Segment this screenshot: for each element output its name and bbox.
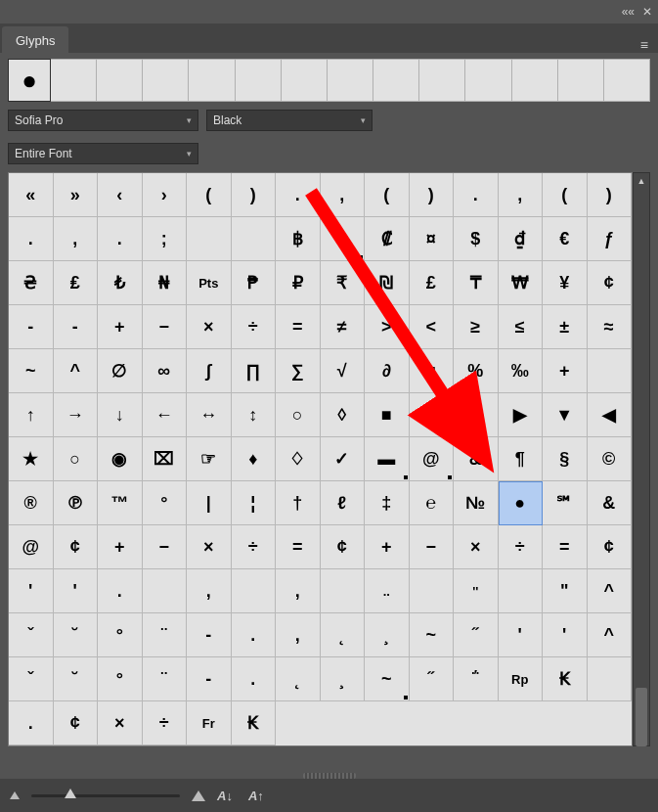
glyph-cell[interactable]: ∞ bbox=[143, 349, 188, 393]
glyph-cell[interactable] bbox=[588, 701, 633, 745]
glyph-cell[interactable]: ₦ bbox=[143, 261, 188, 305]
scroll-thumb[interactable] bbox=[636, 688, 647, 746]
glyph-cell[interactable]: ↓ bbox=[98, 393, 143, 437]
glyph-cell[interactable]: ≈ bbox=[588, 305, 633, 349]
glyph-cell[interactable]: § bbox=[543, 437, 588, 481]
glyph-cell[interactable]: − bbox=[143, 305, 188, 349]
font-dropdown[interactable]: Sofia Pro ▾ bbox=[8, 110, 198, 131]
glyph-cell[interactable]: '' bbox=[454, 569, 499, 613]
glyph-cell[interactable] bbox=[321, 569, 366, 613]
glyph-cell[interactable]: ◉ bbox=[98, 437, 143, 481]
glyph-cell[interactable]: ' bbox=[543, 613, 588, 657]
glyph-cell[interactable]: ¨ bbox=[143, 657, 188, 701]
glyph-cell[interactable]: £ bbox=[410, 261, 455, 305]
glyph-cell[interactable]: ₹ bbox=[321, 261, 366, 305]
filter-dropdown[interactable]: Entire Font ▾ bbox=[8, 143, 198, 164]
glyph-cell[interactable]: ÷ bbox=[232, 525, 277, 569]
glyph-cell[interactable]: ∏ bbox=[232, 349, 277, 393]
glyph-cell[interactable]: ∅ bbox=[98, 349, 143, 393]
glyph-cell[interactable]: ₽ bbox=[276, 261, 321, 305]
glyph-cell[interactable]: ℠ bbox=[543, 481, 588, 525]
glyph-cell[interactable]: × bbox=[98, 701, 143, 745]
glyph-cell[interactable]: ^ bbox=[588, 613, 633, 657]
glyph-cell[interactable]: ˝ bbox=[410, 657, 455, 701]
glyph-cell[interactable]: ¶ bbox=[499, 437, 544, 481]
glyph-cell[interactable]: ↕ bbox=[232, 393, 277, 437]
glyph-cell[interactable]: √ bbox=[321, 349, 366, 393]
glyph-cell[interactable]: » bbox=[54, 173, 99, 217]
glyph-cell[interactable]: > bbox=[365, 305, 410, 349]
slider-thumb[interactable] bbox=[65, 789, 76, 798]
glyph-cell[interactable]: ✓ bbox=[321, 437, 366, 481]
glyph-cell[interactable]: × bbox=[454, 525, 499, 569]
glyph-cell[interactable]: ⌧ bbox=[143, 437, 188, 481]
glyph-cell[interactable]: ¢ bbox=[54, 701, 99, 745]
glyph-cell[interactable]: ▶ bbox=[499, 393, 544, 437]
glyph-cell[interactable]: + bbox=[98, 305, 143, 349]
glyph-cell[interactable]: = bbox=[276, 305, 321, 349]
glyph-cell[interactable] bbox=[276, 701, 321, 745]
recent-cell[interactable] bbox=[282, 59, 328, 102]
glyph-cell[interactable]: → bbox=[54, 393, 99, 437]
glyph-cell[interactable]: - bbox=[54, 305, 99, 349]
glyph-cell[interactable] bbox=[232, 217, 277, 261]
glyph-cell[interactable]: ₩ bbox=[499, 261, 544, 305]
glyph-cell[interactable]: ^ bbox=[54, 349, 99, 393]
recent-cell[interactable] bbox=[236, 59, 282, 102]
recent-cell[interactable] bbox=[143, 59, 189, 102]
glyph-cell[interactable]: ~ bbox=[365, 657, 410, 701]
glyph-cell[interactable]: ° bbox=[98, 613, 143, 657]
glyph-cell[interactable]: ≠ bbox=[321, 305, 366, 349]
glyph-cell[interactable]: ¤ bbox=[410, 217, 455, 261]
glyph-cell[interactable]: ∫ bbox=[187, 349, 232, 393]
glyph-cell[interactable]: ¸ bbox=[365, 613, 410, 657]
glyph-cell[interactable]: ) bbox=[588, 173, 633, 217]
scrollbar[interactable]: ▲ ▼ bbox=[633, 172, 650, 746]
glyph-cell[interactable]: ₱ bbox=[232, 261, 277, 305]
font-smaller-button[interactable]: A↓ bbox=[213, 789, 237, 803]
glyph-cell[interactable]: .. bbox=[365, 569, 410, 613]
glyph-cell[interactable]: ♦ bbox=[232, 437, 277, 481]
recent-cell[interactable] bbox=[51, 59, 97, 102]
glyph-cell[interactable]: , bbox=[54, 217, 99, 261]
glyph-cell[interactable]: ▬ bbox=[365, 437, 410, 481]
glyph-cell[interactable] bbox=[588, 657, 633, 701]
glyph-cell[interactable]: , bbox=[499, 173, 544, 217]
panel-menu-icon[interactable]: ≡ bbox=[631, 37, 658, 53]
glyph-cell[interactable]: ÷ bbox=[143, 701, 188, 745]
glyph-cell[interactable]: . bbox=[98, 569, 143, 613]
glyph-cell[interactable]: ₭ bbox=[232, 701, 277, 745]
glyph-cell[interactable]: ˘ bbox=[54, 613, 99, 657]
glyph-cell[interactable] bbox=[499, 569, 544, 613]
glyph-cell[interactable]: ˘ bbox=[54, 657, 99, 701]
glyph-cell[interactable]: ● bbox=[499, 481, 544, 525]
glyph-cell[interactable]: ∂ bbox=[365, 349, 410, 393]
glyph-cell[interactable]: Fr bbox=[187, 701, 232, 745]
glyph-cell[interactable]: ' bbox=[499, 613, 544, 657]
weight-dropdown[interactable]: Black ▾ bbox=[206, 110, 373, 131]
glyph-cell[interactable]: ± bbox=[543, 305, 588, 349]
glyph-cell[interactable]: ↔ bbox=[187, 393, 232, 437]
glyph-cell[interactable]: , bbox=[187, 569, 232, 613]
glyph-cell[interactable]: ™ bbox=[98, 481, 143, 525]
glyph-cell[interactable]: ₴ bbox=[9, 261, 54, 305]
scroll-track[interactable] bbox=[634, 189, 649, 730]
recent-cell[interactable] bbox=[189, 59, 235, 102]
glyph-cell[interactable]: « bbox=[9, 173, 54, 217]
glyph-cell[interactable]: ₤ bbox=[54, 261, 99, 305]
glyph-cell[interactable]: . bbox=[454, 173, 499, 217]
glyph-cell[interactable]: " bbox=[543, 569, 588, 613]
glyph-cell[interactable]: × bbox=[187, 305, 232, 349]
glyph-cell[interactable]: ↑ bbox=[9, 393, 54, 437]
glyph-cell[interactable]: − bbox=[410, 525, 455, 569]
glyph-cell[interactable]: ≤ bbox=[499, 305, 544, 349]
glyph-cell[interactable]: ÷ bbox=[232, 305, 277, 349]
glyph-cell[interactable]: ) bbox=[232, 173, 277, 217]
glyph-cell[interactable]: ≥ bbox=[454, 305, 499, 349]
glyph-cell[interactable]: . bbox=[276, 173, 321, 217]
glyph-cell[interactable]: ₸ bbox=[454, 261, 499, 305]
glyph-cell[interactable]: ~ bbox=[410, 613, 455, 657]
glyph-cell[interactable]: ￠ bbox=[321, 217, 366, 261]
recent-cell[interactable] bbox=[328, 59, 373, 102]
glyph-cell[interactable]: ( bbox=[543, 173, 588, 217]
